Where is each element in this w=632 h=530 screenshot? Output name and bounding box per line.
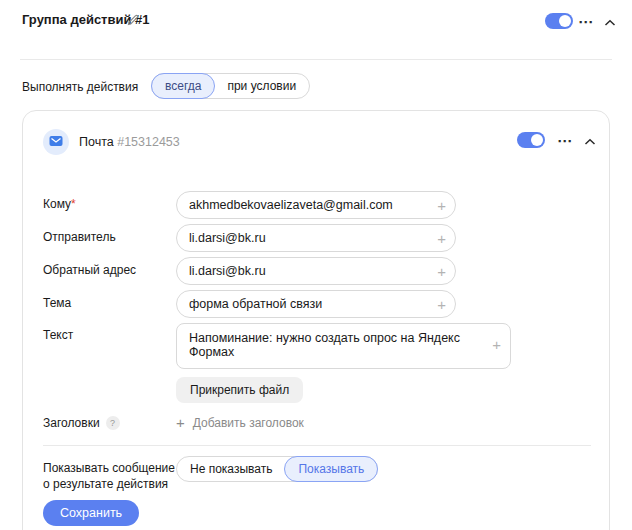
reply-to-input[interactable] (176, 257, 456, 285)
toggle-knob (559, 15, 571, 27)
result-message-label: Показывать сообщение о результате действ… (43, 460, 181, 492)
mail-action-card: Почта #15312453 ⋯ Кому* + Отправитель + … (22, 110, 610, 530)
sender-label: Отправитель (43, 230, 116, 244)
text-input[interactable]: Напоминание: нужно создать опрос на Янде… (176, 323, 511, 369)
mail-more-button[interactable]: ⋯ (556, 132, 574, 150)
card-title-text: Почта (79, 135, 114, 149)
execute-mode-segmented-control: всегда при условии (151, 73, 310, 99)
result-message-segmented-control: Не показывать Показывать (176, 456, 378, 482)
plus-icon[interactable]: + (437, 198, 446, 213)
add-header-label: Добавить заголовок (193, 416, 304, 430)
plus-icon[interactable]: + (437, 297, 446, 312)
toggle-knob (531, 134, 543, 146)
headers-label-text: Заголовки (43, 416, 100, 430)
chevron-up-icon (604, 13, 616, 31)
attach-file-button[interactable]: Прикрепить файл (176, 377, 303, 403)
plus-icon[interactable]: + (437, 264, 446, 279)
mail-enabled-toggle[interactable] (517, 132, 545, 148)
subject-input[interactable] (176, 290, 456, 318)
ellipsis-icon: ⋯ (578, 13, 594, 31)
segment-on-condition[interactable]: при условии (213, 73, 310, 99)
segment-always[interactable]: всегда (151, 73, 215, 99)
execute-actions-label: Выполнять действия (22, 80, 138, 94)
save-button[interactable]: Сохранить (43, 500, 139, 526)
sender-input[interactable] (176, 224, 456, 252)
to-label: Кому* (43, 197, 76, 211)
reply-to-field-wrap: + (176, 257, 456, 285)
edit-title-button[interactable] (124, 13, 142, 31)
mail-icon (49, 133, 63, 151)
card-id: #15312453 (117, 135, 180, 149)
segment-show[interactable]: Показывать (284, 456, 378, 482)
help-icon[interactable]: ? (106, 416, 120, 430)
plus-icon[interactable]: + (437, 231, 446, 246)
plus-icon[interactable]: + (492, 337, 501, 352)
chevron-up-icon (584, 132, 596, 150)
plus-icon: + (176, 414, 185, 431)
add-header-button[interactable]: + Добавить заголовок (176, 414, 304, 431)
required-asterisk: * (71, 197, 76, 211)
text-field-wrap: Напоминание: нужно создать опрос на Янде… (176, 323, 511, 369)
to-field-wrap: + (176, 191, 456, 219)
segment-dont-show[interactable]: Не показывать (176, 456, 286, 482)
card-divider (43, 445, 591, 446)
group-enabled-toggle[interactable] (545, 13, 573, 29)
ellipsis-icon: ⋯ (557, 132, 573, 150)
header-divider (20, 59, 612, 60)
reply-to-label: Обратный адрес (43, 263, 136, 277)
mail-action-avatar (43, 129, 69, 155)
sender-field-wrap: + (176, 224, 456, 252)
pencil-icon (126, 13, 140, 31)
group-collapse-button[interactable] (601, 13, 619, 31)
label-text: Кому (43, 197, 71, 211)
card-title: Почта #15312453 (79, 135, 180, 149)
subject-field-wrap: + (176, 290, 456, 318)
text-label: Текст (43, 328, 73, 342)
subject-label: Тема (43, 296, 71, 310)
group-more-button[interactable]: ⋯ (577, 13, 595, 31)
to-input[interactable] (176, 191, 456, 219)
headers-label: Заголовки ? (43, 416, 120, 430)
mail-collapse-button[interactable] (581, 132, 599, 150)
